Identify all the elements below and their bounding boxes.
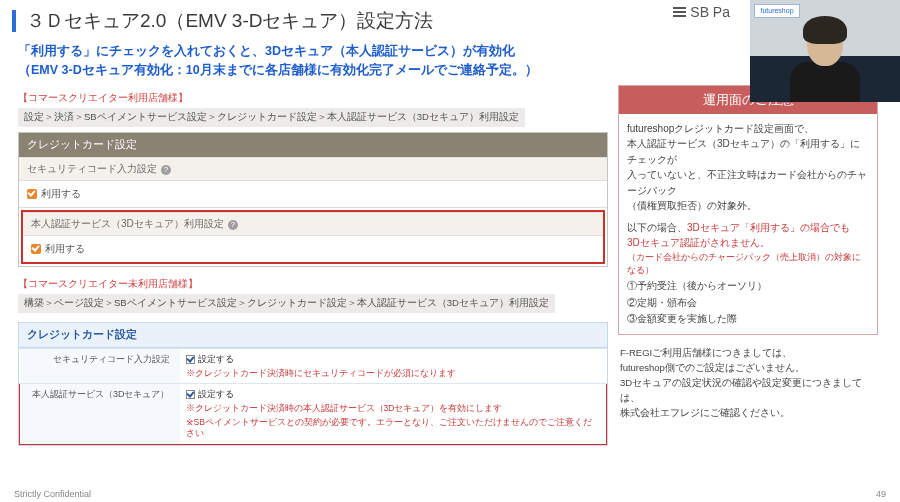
notice-body: futureshopクレジットカード設定画面で、 本人認証サービス（3Dセキュア…: [619, 114, 877, 334]
section2-breadcrumb: 構築＞ページ設定＞SBペイメントサービス設定＞クレジットカード設定＞本人認証サー…: [18, 294, 555, 313]
row2-label: 本人認証サービス（3Dセキュア）: [20, 384, 180, 444]
right-column: 運用面のご注意 futureshopクレジットカード設定画面で、 本人認証サービ…: [618, 85, 878, 446]
settings-panel-1: クレジットカード設定 セキュリティコード入力設定? 利用する 本人認証サービス（…: [18, 132, 608, 267]
webcam-tag: futureshop: [754, 4, 800, 18]
notice-p2c: 3Dセキュア認証がされません。: [627, 235, 869, 251]
extra-l4: 株式会社エフレジにご確認ください。: [620, 405, 878, 420]
row2-value: 設定する ※クレジットカード決済時の本人認証サービス（3Dセキュア）を有効にしま…: [180, 384, 607, 444]
use-label-1: 利用する: [41, 188, 81, 199]
sec-code-header: セキュリティコード入力設定?: [19, 157, 607, 181]
checkbox-icon[interactable]: [186, 390, 195, 399]
slide-footer: Strictly Confidential 49: [14, 489, 886, 499]
notice-panel: 運用面のご注意 futureshopクレジットカード設定画面で、 本人認証サービ…: [618, 85, 878, 335]
notice-p1d: （債権買取拒否）の対象外。: [627, 198, 869, 214]
notice-p2-line: 以下の場合、3Dセキュア「利用する」の場合でも: [627, 220, 869, 236]
row1-check-text: 設定する: [198, 354, 234, 364]
auth-row: 利用する: [23, 236, 603, 262]
notice-p2d: （カード会社からのチャージバック（売上取消）の対象になる）: [627, 251, 869, 277]
extra-l1: F-REGIご利用店舗様につきましては、: [620, 345, 878, 360]
brand-text: SB Pa: [690, 4, 730, 20]
settings-panel-2: クレジットカード設定 セキュリティコード入力設定 設定する ※クレジットカード決…: [18, 322, 608, 446]
highlighted-auth-block: 本人認証サービス（3Dセキュア）利用設定? 利用する: [21, 210, 605, 264]
footer-left: Strictly Confidential: [14, 489, 91, 499]
notice-item-2: ②定期・頒布会: [627, 295, 869, 311]
right-extra-notes: F-REGIご利用店舗様につきましては、 futureshop側でのご設定はござ…: [618, 345, 878, 421]
auth-header: 本人認証サービス（3Dセキュア）利用設定?: [23, 212, 603, 236]
checkbox-icon[interactable]: [31, 244, 41, 254]
row1-label: セキュリティコード入力設定: [20, 348, 180, 383]
brand-logo: SB Pa: [673, 4, 730, 20]
notice-item-1: ①予約受注（後からオーソリ）: [627, 278, 869, 294]
row2-note1: ※クレジットカード決済時の本人認証サービス（3Dセキュア）を有効にします: [186, 403, 601, 414]
presenter-webcam: futureshop: [750, 0, 900, 102]
notice-p2a: 以下の場合、: [627, 222, 687, 233]
extra-l3: 3Dセキュアの設定状況の確認や設定変更につきましては、: [620, 375, 878, 405]
checkbox-icon[interactable]: [27, 189, 37, 199]
notice-p2b: 3Dセキュア「利用する」の場合でも: [687, 222, 850, 233]
table-row: セキュリティコード入力設定 設定する ※クレジットカード決済時にセキュリティコー…: [20, 348, 607, 383]
notice-p1b: 本人認証サービス（3Dセキュア）の「利用する」にチェックが: [627, 136, 869, 167]
section1-label: 【コマースクリエイター利用店舗様】: [18, 91, 608, 105]
notice-item-3: ③金額変更を実施した際: [627, 311, 869, 327]
row2-note2: ※SBペイメントサービスとの契約が必要です。エラーとなり、ご注文いただけませんの…: [186, 417, 601, 440]
row2-check-text: 設定する: [198, 389, 234, 399]
notice-p1c: 入っていないと、不正注文時はカード会社からのチャージバック: [627, 167, 869, 198]
notice-p1a: futureshopクレジットカード設定画面で、: [627, 121, 869, 137]
section1-breadcrumb: 設定＞決済＞SBペイメントサービス設定＞クレジットカード設定＞本人認証サービス（…: [18, 108, 525, 127]
hamburger-icon: [673, 7, 686, 17]
presenter-silhouette: [790, 22, 860, 102]
panel1-title: クレジットカード設定: [19, 133, 607, 157]
sec-code-row: 利用する: [19, 181, 607, 208]
page-number: 49: [876, 489, 886, 499]
use-label-2: 利用する: [45, 243, 85, 254]
sec-code-label: セキュリティコード入力設定: [27, 163, 157, 174]
title-accent: [12, 10, 16, 32]
table-row-highlight: 本人認証サービス（3Dセキュア） 設定する ※クレジットカード決済時の本人認証サ…: [20, 384, 607, 444]
slide-title: ３Ｄセキュア2.0（EMV 3-Dセキュア）設定方法: [26, 8, 433, 34]
left-column: 【コマースクリエイター利用店舗様】 設定＞決済＞SBペイメントサービス設定＞クレ…: [18, 85, 608, 446]
row1-note: ※クレジットカード決済時にセキュリティコードが必須になります: [186, 368, 601, 379]
checkbox-icon[interactable]: [186, 355, 195, 364]
help-icon[interactable]: ?: [161, 165, 171, 175]
auth-label: 本人認証サービス（3Dセキュア）利用設定: [31, 218, 224, 229]
section2-label: 【コマースクリエイター未利用店舗様】: [18, 277, 608, 291]
panel2-title: クレジットカード設定: [19, 323, 607, 348]
row1-value: 設定する ※クレジットカード決済時にセキュリティコードが必須になります: [180, 348, 607, 383]
help-icon[interactable]: ?: [228, 220, 238, 230]
extra-l2: futureshop側でのご設定はございません。: [620, 360, 878, 375]
